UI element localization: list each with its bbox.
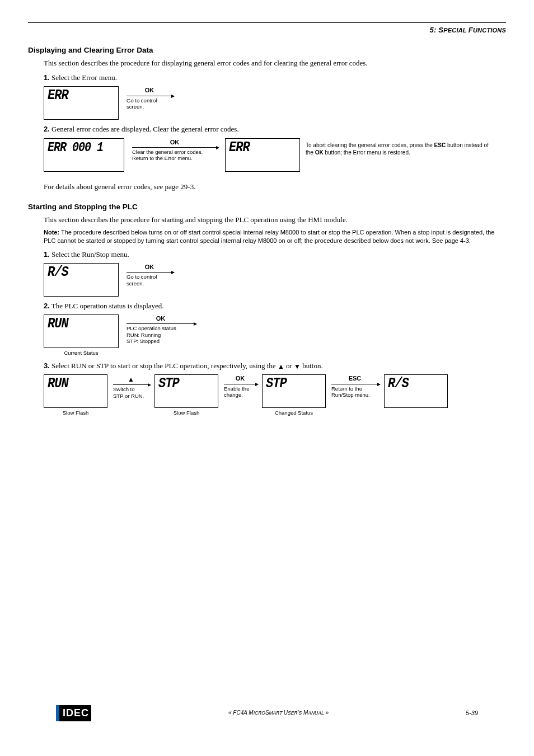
- esc-label: ESC: [331, 374, 378, 384]
- ok-label: OK: [127, 86, 172, 96]
- side-note: To abort clearing the general error code…: [306, 138, 496, 157]
- transition: OK Clear the general error codes.Return …: [130, 138, 219, 162]
- transition: ESC Return to theRun/Stop menu.: [329, 374, 381, 398]
- transition: OK Enable thechange.: [222, 374, 259, 398]
- caption: Slow Flash: [174, 409, 199, 416]
- lcd-screen: ERR 000 1: [44, 138, 124, 172]
- caption: Changed Status: [275, 409, 313, 416]
- ok-label: OK: [224, 374, 256, 384]
- lcd-screen: RUN: [44, 374, 107, 408]
- transition: OK Go to controlscreen.: [124, 263, 175, 287]
- section-intro: This section describes the procedure for…: [44, 58, 506, 68]
- ok-label: OK: [127, 314, 195, 324]
- ok-label: OK: [127, 263, 172, 273]
- lcd-screen: STP: [262, 374, 326, 408]
- up-arrow-label: ▲: [113, 374, 149, 385]
- transition: OK Go to controlscreen.: [124, 86, 175, 110]
- logo: IDEC: [56, 705, 91, 721]
- note: Note: The procedure described below turn…: [44, 228, 506, 245]
- section-outro: For details about general error codes, s…: [44, 182, 506, 192]
- section-title-err: Displaying and Clearing Error Data: [28, 45, 506, 56]
- chapter-header: 5: SPECIAL FUNCTIONS: [28, 25, 506, 35]
- caption: Slow Flash: [63, 409, 88, 416]
- lcd-screen: R/S: [384, 374, 448, 408]
- section-title-plc: Starting and Stopping the PLC: [28, 202, 506, 213]
- step: 2. General error codes are displayed. Cl…: [44, 124, 506, 134]
- step: 3. Select RUN or STP to start or stop th…: [44, 361, 506, 371]
- transition: ▲ Switch toSTP or RUN.: [111, 374, 151, 399]
- step: 1. Select the Run/Stop menu.: [44, 250, 506, 260]
- ok-label: OK: [132, 138, 217, 148]
- caption: Current Status: [64, 349, 98, 356]
- transition: OK PLC operation statusRUN: RunningSTP: …: [124, 314, 197, 345]
- lcd-screen: ERR: [44, 86, 119, 120]
- lcd-screen: ERR: [225, 138, 300, 172]
- page-footer: IDEC « FC4A MICROSMART USER'S MANUAL » 5…: [56, 705, 478, 721]
- step: 2. The PLC operation status is displayed…: [44, 301, 506, 311]
- step: 1. Select the Error menu.: [44, 73, 506, 83]
- lcd-screen: STP: [154, 374, 218, 408]
- page-number: 5-39: [466, 709, 478, 717]
- lcd-screen: RUN: [44, 314, 119, 348]
- lcd-screen: R/S: [44, 263, 119, 297]
- section-intro: This section describes the procedure for…: [44, 215, 506, 225]
- footer-title: « FC4A MICROSMART USER'S MANUAL »: [228, 709, 329, 717]
